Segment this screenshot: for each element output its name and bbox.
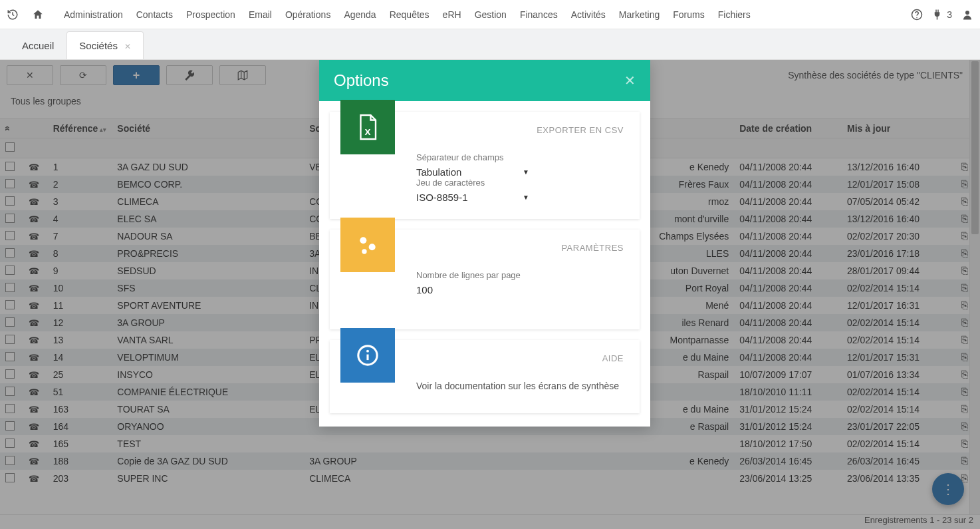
notification-badge: 3 [947, 9, 952, 20]
gears-icon [340, 218, 395, 272]
tabstrip: AccueilSociétés✕ [0, 29, 980, 60]
svg-point-1 [916, 17, 918, 18]
nav-item[interactable]: Opérations [279, 0, 337, 29]
separator-value: Tabulation [416, 166, 461, 178]
nav-item[interactable]: Finances [513, 0, 564, 29]
tab[interactable]: Accueil [9, 31, 66, 59]
nav-item[interactable]: eRH [436, 0, 468, 29]
tab[interactable]: Sociétés✕ [66, 31, 144, 59]
help-icon[interactable] [911, 9, 923, 21]
modal-overlay[interactable]: Options ✕ X EXPORTER EN CSV Séparateur d… [0, 60, 980, 529]
svg-point-2 [965, 11, 969, 15]
tab-close-icon[interactable]: ✕ [124, 42, 131, 51]
nav-item[interactable]: Gestion [468, 0, 513, 29]
nav-item[interactable]: Requêtes [383, 0, 436, 29]
home-icon[interactable] [32, 9, 55, 21]
help-link[interactable]: Voir la documentation sur les écrans de … [416, 381, 619, 391]
svg-text:X: X [364, 127, 370, 137]
charset-value: ISO-8859-1 [416, 192, 468, 203]
chevron-down-icon: ▼ [523, 194, 529, 201]
page-content: ✕ ⟳ + Synthèse des sociétés de type "CLI… [0, 60, 980, 529]
svg-point-9 [362, 249, 366, 254]
plug-icon[interactable] [932, 9, 944, 21]
nav-item[interactable]: Forums [666, 0, 711, 29]
help-card: AIDE Voir la documentation sur les écran… [330, 340, 640, 413]
nav-item[interactable]: Email [242, 0, 279, 29]
charset-label: Jeu de caractères [416, 178, 529, 188]
export-card: X EXPORTER EN CSV Séparateur de champs T… [330, 112, 640, 219]
nav-item[interactable]: Contacts [130, 0, 180, 29]
modal-header: Options ✕ [319, 60, 650, 101]
modal-title: Options [334, 71, 389, 90]
svg-point-8 [369, 244, 376, 250]
options-modal: Options ✕ X EXPORTER EN CSV Séparateur d… [319, 60, 650, 427]
svg-point-7 [360, 237, 366, 244]
lines-value: 100 [416, 284, 433, 295]
lines-label: Nombre de lignes par page [416, 270, 602, 280]
chevron-down-icon: ▼ [523, 168, 529, 176]
params-card: PARAMÈTRES Nombre de lignes par page 100 [330, 230, 640, 329]
params-title: PARAMÈTRES [416, 243, 624, 253]
separator-select[interactable]: Tabulation ▼ [416, 166, 529, 178]
nav-item[interactable]: Administration [57, 0, 130, 29]
help-title: AIDE [416, 353, 624, 363]
nav-item[interactable]: Fichiers [711, 0, 757, 29]
charset-select[interactable]: ISO-8859-1 ▼ [416, 192, 529, 203]
topbar: AdministrationContactsProspectionEmailOp… [0, 0, 980, 29]
nav-item[interactable]: Activités [564, 0, 612, 29]
separator-label: Séparateur de champs [416, 152, 529, 162]
nav-item[interactable]: Agenda [337, 0, 382, 29]
user-icon[interactable] [961, 9, 973, 21]
history-icon[interactable] [7, 9, 29, 21]
svg-point-12 [366, 350, 369, 353]
nav-item[interactable]: Marketing [612, 0, 666, 29]
main-nav: AdministrationContactsProspectionEmailOp… [57, 0, 757, 29]
nav-item[interactable]: Prospection [180, 0, 242, 29]
export-title: EXPORTER EN CSV [416, 125, 624, 135]
excel-icon: X [340, 100, 395, 154]
lines-input[interactable]: 100 [416, 284, 602, 295]
info-icon [340, 328, 395, 383]
modal-close-icon[interactable]: ✕ [624, 73, 636, 88]
